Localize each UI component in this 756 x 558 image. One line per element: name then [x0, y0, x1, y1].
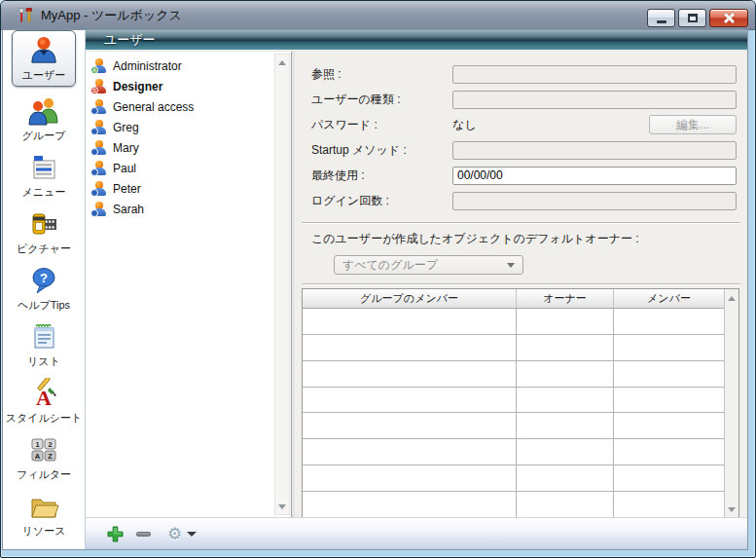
- group-members-table: グループのメンバー オーナー メンバー: [302, 288, 739, 517]
- field-label: 参照 :: [311, 66, 342, 83]
- user-type-field: [452, 91, 737, 109]
- table-row[interactable]: [303, 465, 724, 492]
- user-details-panel: 参照 : ユーザーの種類 : パスワード : なし 編集...: [295, 52, 747, 517]
- bottom-toolbar: ⚙: [86, 517, 747, 549]
- user-badge: [90, 148, 98, 156]
- minimize-button[interactable]: [647, 9, 675, 27]
- scroll-down-icon[interactable]: [725, 502, 738, 516]
- table-row[interactable]: [303, 439, 724, 465]
- column-header-owner: オーナー: [517, 289, 614, 308]
- scroll-down-icon[interactable]: [275, 500, 289, 513]
- table-row[interactable]: [303, 492, 724, 517]
- sidebar-item-help-tips[interactable]: ? ヘルプTips: [3, 265, 85, 313]
- table-row[interactable]: [303, 361, 724, 388]
- filter-icon: 1 2 A Z: [28, 434, 59, 465]
- user-avatar-icon: [91, 140, 106, 155]
- list-item-sarah[interactable]: Sarah: [86, 199, 291, 219]
- field-label: パスワード :: [311, 117, 378, 133]
- field-label: ログイン回数 :: [311, 193, 389, 209]
- sidebar-item-pictures[interactable]: ピクチャー: [3, 208, 85, 256]
- chevron-down-icon: [507, 263, 515, 268]
- user-avatar-icon: [91, 161, 106, 175]
- list-item-administrator[interactable]: A Administrator: [86, 56, 291, 76]
- user-badge: A: [90, 66, 98, 74]
- window-title: MyApp - ツールボックス: [41, 7, 182, 24]
- table-scrollbar[interactable]: [724, 289, 738, 517]
- user-name: Peter: [113, 182, 141, 196]
- default-owner-select: すべてのグループ: [334, 255, 523, 275]
- user-name: Greg: [113, 121, 139, 134]
- minimize-icon: [657, 20, 666, 23]
- divider: [302, 222, 740, 223]
- sidebar-item-filters[interactable]: 1 2 A Z フィルター: [3, 434, 85, 482]
- help-tips-icon: ?: [28, 265, 59, 296]
- user-avatar-icon: [91, 202, 106, 216]
- edit-password-button: 編集...: [649, 115, 737, 134]
- sidebar-item-label: グループ: [22, 129, 66, 143]
- menu-icon: [28, 152, 59, 183]
- resource-icon: [28, 491, 59, 522]
- select-value: すべてのグループ: [342, 257, 507, 274]
- list-item-general-access[interactable]: General access: [86, 96, 291, 117]
- add-user-button[interactable]: [107, 526, 124, 542]
- list-icon: [28, 321, 59, 353]
- picture-icon: [28, 208, 59, 240]
- maximize-button[interactable]: [678, 9, 706, 27]
- sidebar-item-label: リソース: [22, 524, 66, 539]
- sidebar-item-style-sheets[interactable]: A スタイルシート: [3, 378, 85, 426]
- svg-text:Z: Z: [48, 452, 53, 461]
- table-row[interactable]: [303, 309, 724, 335]
- password-value: なし: [452, 117, 477, 133]
- list-item-paul[interactable]: Paul: [86, 158, 291, 178]
- user-list-scrollbar[interactable]: [274, 54, 290, 515]
- table-row[interactable]: [303, 335, 724, 361]
- user-avatar-icon: [91, 120, 106, 134]
- close-button[interactable]: [709, 9, 748, 27]
- sidebar-item-label: スタイルシート: [6, 411, 83, 426]
- startup-method-field: [452, 141, 737, 160]
- field-label: ユーザーの種類 :: [311, 92, 401, 108]
- svg-text:1: 1: [35, 440, 39, 449]
- scroll-up-icon[interactable]: [725, 291, 738, 305]
- actions-caret-icon[interactable]: [187, 532, 197, 537]
- list-item-mary[interactable]: Mary: [86, 137, 291, 158]
- list-item-designer[interactable]: S Designer: [86, 76, 291, 96]
- reference-field: [452, 65, 737, 84]
- close-icon: [724, 13, 735, 23]
- table-row[interactable]: [303, 388, 724, 414]
- sidebar-item-users[interactable]: ユーザー: [12, 30, 76, 87]
- maximize-icon: [688, 14, 698, 22]
- svg-text:2: 2: [48, 440, 52, 449]
- user-badge: [90, 107, 98, 115]
- field-label: Startup メソッド :: [311, 142, 407, 159]
- sidebar-item-resources[interactable]: リソース: [3, 491, 85, 539]
- sidebar-item-label: メニュー: [22, 185, 66, 200]
- user-name: Mary: [113, 141, 139, 155]
- sidebar-item-label: ヘルプTips: [18, 298, 70, 313]
- svg-text:?: ?: [40, 271, 48, 285]
- sidebar-item-lists[interactable]: リスト: [3, 321, 85, 369]
- user-badge: [90, 209, 98, 217]
- remove-user-button: [136, 532, 151, 537]
- user-badge: [90, 168, 98, 176]
- field-label: 最終使用 :: [311, 167, 365, 184]
- stylesheet-icon: A: [28, 378, 59, 409]
- user-name: Administrator: [113, 59, 182, 73]
- user-avatar-icon: [91, 99, 106, 114]
- plus-icon: [107, 526, 124, 542]
- sidebar-item-label: フィルター: [17, 467, 71, 482]
- form-row-last-used: 最終使用 :: [311, 163, 737, 188]
- sidebar-item-menus[interactable]: メニュー: [3, 152, 85, 200]
- app-logo-icon: [18, 7, 34, 23]
- table-row[interactable]: [303, 413, 724, 439]
- list-item-peter[interactable]: Peter: [86, 178, 291, 199]
- user-name: General access: [113, 100, 194, 114]
- list-item-greg[interactable]: Greg: [86, 117, 291, 137]
- user-avatar-icon: A: [91, 58, 106, 73]
- app-body: ユーザー グループ メニュー: [3, 30, 747, 549]
- actions-menu-button[interactable]: ⚙: [167, 526, 182, 542]
- scroll-up-icon[interactable]: [275, 56, 289, 69]
- user-details-form: 参照 : ユーザーの種類 : パスワード : なし 編集...: [295, 52, 747, 213]
- last-used-field[interactable]: [452, 167, 737, 185]
- sidebar-item-groups[interactable]: グループ: [3, 95, 85, 143]
